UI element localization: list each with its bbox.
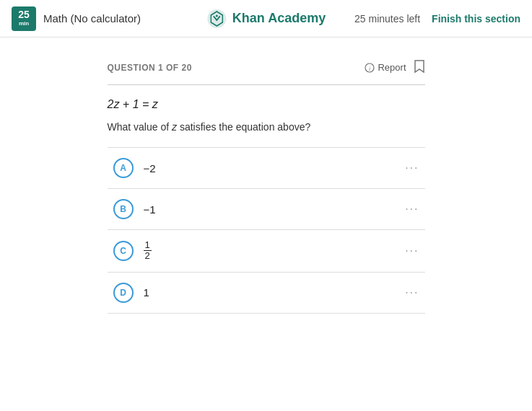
answer-row-c[interactable]: C 1 2 ··· <box>108 230 425 273</box>
svg-text:i: i <box>369 65 370 71</box>
equation: 2z + 1 = z <box>108 98 425 111</box>
khan-academy-logo-icon <box>206 9 227 29</box>
header-right: 25 minutes left Finish this section <box>354 13 520 25</box>
bookmark-icon <box>414 59 425 74</box>
more-options-d[interactable]: ··· <box>405 286 419 299</box>
report-icon: i <box>365 63 375 73</box>
fraction-c: 1 2 <box>144 240 152 262</box>
subject-title: Math (No calculator) <box>43 12 141 25</box>
finish-section-button[interactable]: Finish this section <box>432 13 520 25</box>
choice-letter-d: D <box>120 288 126 298</box>
choice-circle-d: D <box>113 283 134 303</box>
more-options-c[interactable]: ··· <box>405 244 419 257</box>
main-content: QUESTION 1 OF 20 i Report 2z + 1 = z <box>0 37 532 335</box>
prompt-text: What value of z satisfies the equation a… <box>108 121 311 133</box>
fraction-denominator-c: 2 <box>144 251 152 261</box>
answer-left-a: A −2 <box>113 158 156 178</box>
answer-row-d[interactable]: D 1 ··· <box>108 273 425 314</box>
logo-text: Khan Academy <box>232 11 326 26</box>
answer-row-b[interactable]: B −1 ··· <box>108 189 425 230</box>
time-left: 25 minutes left <box>354 13 420 25</box>
timer-number: 25 <box>18 9 30 20</box>
choice-circle-b: B <box>113 199 134 219</box>
choice-letter-b: B <box>120 204 126 214</box>
header-left: 25 min Math (No calculator) <box>12 6 141 31</box>
choice-circle-a: A <box>113 158 134 178</box>
report-label: Report <box>378 62 406 73</box>
choice-letter-a: A <box>120 163 126 173</box>
timer-badge: 25 min <box>12 6 36 31</box>
question-card: QUESTION 1 OF 20 i Report 2z + 1 = z <box>108 59 425 314</box>
choice-letter-c: C <box>120 246 126 256</box>
header: 25 min Math (No calculator) Khan Academy… <box>0 0 532 37</box>
choice-circle-c: C <box>113 241 134 261</box>
choice-value-a: −2 <box>144 162 156 174</box>
question-meta: QUESTION 1 OF 20 i Report <box>108 59 425 85</box>
answer-row-a[interactable]: A −2 ··· <box>108 148 425 189</box>
logo-center: Khan Academy <box>206 9 326 29</box>
more-options-b[interactable]: ··· <box>405 203 419 216</box>
answer-left-c: C 1 2 <box>113 240 152 262</box>
more-options-a[interactable]: ··· <box>405 162 419 174</box>
svg-point-0 <box>207 9 226 28</box>
timer-label: min <box>19 21 29 27</box>
choice-value-d: 1 <box>144 286 149 299</box>
report-button[interactable]: i Report <box>365 62 406 73</box>
equation-text: 2z + 1 = z <box>108 98 158 110</box>
answer-left-d: D 1 <box>113 283 149 303</box>
choice-value-b: −1 <box>144 203 156 216</box>
question-actions: i Report <box>365 59 424 76</box>
answer-choices: A −2 ··· B −1 ··· C <box>108 147 425 314</box>
answer-left-b: B −1 <box>113 199 156 219</box>
fraction-numerator-c: 1 <box>144 240 152 251</box>
question-number: QUESTION 1 OF 20 <box>108 63 192 73</box>
svg-point-1 <box>215 14 217 17</box>
bookmark-button[interactable] <box>414 59 425 76</box>
question-prompt: What value of z satisfies the equation a… <box>108 121 425 133</box>
choice-value-c: 1 2 <box>144 240 152 262</box>
